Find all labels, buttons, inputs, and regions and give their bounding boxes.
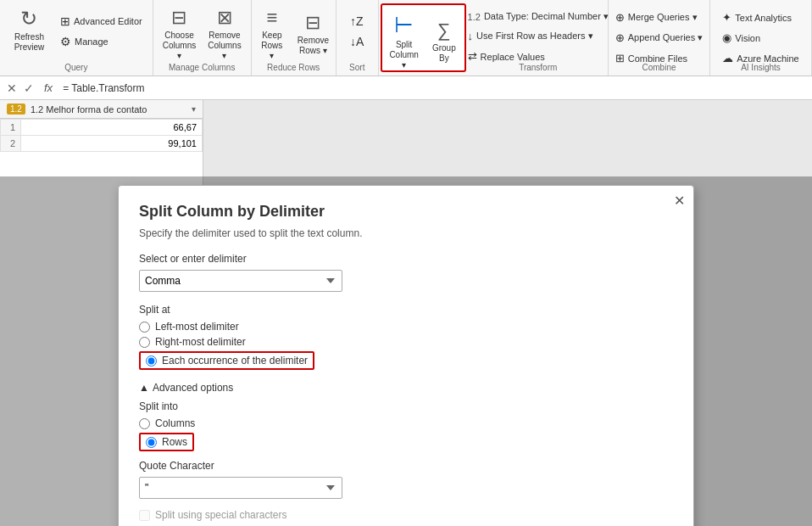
text-analytics-button[interactable]: ✦ Text Analytics	[717, 8, 804, 26]
first-row-headers-button[interactable]: ↓ Use First Row as Headers ▾	[463, 27, 614, 45]
rows-label: Rows	[162, 436, 187, 448]
special-chars-checkbox[interactable]	[139, 510, 150, 521]
each-occurrence-radio[interactable]	[146, 355, 157, 367]
split-column-button[interactable]: ⊢ SplitColumn ▾	[384, 8, 423, 74]
delimiter-label: Select or enter delimiter	[139, 253, 673, 265]
data-type-label: Data Type: Decimal Number ▾	[484, 11, 609, 22]
toolbar-row-query: Refresh Preview ⊞ Advanced Editor ⚙ Mana…	[5, 3, 147, 56]
data-type-icon: 1.2	[468, 12, 481, 22]
columns-label: Columns	[155, 417, 195, 429]
choose-columns-label: ChooseColumns ▾	[163, 31, 196, 61]
combine-group-label: Combine	[609, 63, 709, 72]
text-analytics-icon: ✦	[722, 11, 731, 24]
keep-rows-label: KeepRows ▾	[259, 31, 286, 61]
column-name: 1.2 Melhor forma de contato	[31, 104, 186, 115]
left-most-option[interactable]: Left-most delimiter	[139, 321, 673, 333]
split-column-label: SplitColumn ▾	[389, 40, 418, 70]
dropdown-arrow: ▾	[192, 104, 196, 114]
dialog-subtitle: Specify the delimiter used to split the …	[139, 227, 673, 239]
replace-values-icon: ⇄	[468, 50, 477, 63]
each-occurrence-highlight: Each occurrence of the delimiter	[139, 351, 314, 370]
text-analytics-label: Text Analytics	[735, 13, 792, 23]
choose-columns-icon: ⊟	[171, 7, 186, 29]
manage-icon: ⚙	[60, 35, 71, 48]
dialog-overlay: ✕ Split Column by Delimiter Specify the …	[0, 176, 812, 526]
choose-columns-button[interactable]: ⊟ ChooseColumns ▾	[158, 3, 201, 64]
advanced-options-toggle[interactable]: ▲ Advanced options	[139, 382, 673, 394]
remove-columns-label: RemoveColumns ▾	[208, 31, 241, 61]
right-most-radio[interactable]	[139, 337, 150, 348]
cell-value: 66,67	[21, 120, 203, 136]
columns-option[interactable]: Columns	[139, 417, 673, 429]
special-chars-label: Split using special characters	[155, 509, 286, 521]
advanced-options-label: Advanced options	[153, 382, 233, 394]
remove-rows-button[interactable]: ⊟ RemoveRows ▾	[292, 8, 334, 59]
combine-files-label: Combine Files	[628, 53, 687, 64]
toolbar-group-ai-insights: ✦ Text Analytics ◉ Vision ☁ Azure Machin…	[710, 0, 812, 76]
toolbar-group-query: Refresh Preview ⊞ Advanced Editor ⚙ Mana…	[0, 0, 153, 76]
sort-desc-button[interactable]: ↓A	[345, 32, 369, 51]
cell-value: 99,101	[21, 136, 203, 152]
formula-accept-button[interactable]: ✓	[24, 81, 34, 95]
advanced-editor-button[interactable]: ⊞ Advanced Editor	[55, 12, 147, 31]
adveditor-icon: ⊞	[60, 14, 70, 28]
toolbar-group-sort: ↑Z ↓A Sort	[336, 0, 379, 76]
ai-insights-label: AI Insights	[710, 63, 811, 72]
keep-rows-icon: ≡	[266, 7, 277, 29]
quote-section: Quote Character " ' None	[139, 460, 673, 499]
transform-group-label: Transform	[468, 63, 608, 72]
quote-label: Quote Character	[139, 460, 673, 472]
split-at-section: Split at Left-most delimiter Right-most …	[139, 304, 673, 370]
delimiter-select[interactable]: Comma Semicolon Space Tab Colon Custom	[139, 270, 342, 292]
special-chars-row: Split using special characters	[139, 509, 673, 521]
remove-rows-label: RemoveRows ▾	[298, 36, 329, 56]
keep-rows-button[interactable]: ≡ KeepRows ▾	[253, 3, 291, 64]
first-row-label: Use First Row as Headers ▾	[476, 31, 592, 42]
sort-asc-button[interactable]: ↑Z	[345, 12, 369, 31]
toolbar-group-combine: ⊕ Merge Queries ▾ ⊕ Append Queries ▾ ⊞ C…	[609, 0, 710, 76]
row-number: 2	[1, 136, 21, 152]
remove-columns-button[interactable]: ⊠ RemoveColumns ▾	[203, 3, 246, 64]
split-column-dialog: ✕ Split Column by Delimiter Specify the …	[118, 185, 694, 526]
dialog-close-button[interactable]: ✕	[674, 193, 685, 209]
first-row-icon: ↓	[468, 30, 474, 42]
append-icon: ⊕	[615, 31, 625, 44]
quote-select[interactable]: " ' None	[139, 477, 342, 499]
refresh-label: Refresh Preview	[10, 32, 48, 53]
formula-input[interactable]	[63, 82, 805, 94]
toolbar: Refresh Preview ⊞ Advanced Editor ⚙ Mana…	[0, 0, 812, 76]
toolbar-row-manage-cols: ⊟ ChooseColumns ▾ ⊠ RemoveColumns ▾	[158, 3, 247, 64]
triangle-icon: ▲	[139, 382, 149, 394]
table-row: 2 99,101	[1, 136, 203, 152]
special-chars-checkbox-label[interactable]: Split using special characters	[139, 509, 286, 521]
append-queries-label: Append Queries ▾	[628, 32, 704, 43]
formula-cancel-button[interactable]: ✕	[7, 81, 17, 95]
advanced-editor-label: Advanced Editor	[74, 16, 142, 26]
manage-button[interactable]: ⚙ Manage	[55, 32, 147, 51]
toolbar-group-manage-columns: ⊟ ChooseColumns ▾ ⊠ RemoveColumns ▾ Mana…	[153, 0, 252, 76]
left-most-label: Left-most delimiter	[155, 321, 239, 333]
right-most-option[interactable]: Right-most delimiter	[139, 336, 673, 348]
formula-bar: ✕ ✓ fx	[0, 76, 812, 100]
append-queries-button[interactable]: ⊕ Append Queries ▾	[610, 29, 709, 47]
left-most-radio[interactable]	[139, 322, 150, 333]
query-group-label: Query	[0, 63, 153, 72]
replace-values-label: Replace Values	[481, 52, 545, 62]
group-by-button[interactable]: ∑ GroupBy	[425, 16, 463, 67]
azure-machine-label: Azure Machine	[737, 53, 798, 64]
rows-radio[interactable]	[146, 437, 157, 448]
row-number: 1	[1, 120, 21, 136]
each-occurrence-option[interactable]: Each occurrence of the delimiter	[139, 351, 673, 370]
table-row: 1 66,67	[1, 120, 203, 136]
columns-radio[interactable]	[139, 418, 150, 429]
vision-button[interactable]: ◉ Vision	[717, 29, 804, 47]
rows-option[interactable]: Rows	[139, 433, 673, 451]
split-column-icon: ⊢	[394, 12, 414, 38]
toolbar-row-split: ⊢ SplitColumn ▾ ∑ GroupBy	[384, 8, 462, 74]
data-type-button[interactable]: 1.2 Data Type: Decimal Number ▾	[463, 8, 614, 25]
manage-columns-label: Manage Columns	[153, 63, 251, 72]
refresh-button[interactable]: Refresh Preview	[5, 3, 53, 56]
dialog-title: Split Column by Delimiter	[139, 203, 673, 221]
data-table: 1 66,67 2 99,101	[0, 119, 203, 152]
merge-queries-button[interactable]: ⊕ Merge Queries ▾	[610, 8, 709, 26]
